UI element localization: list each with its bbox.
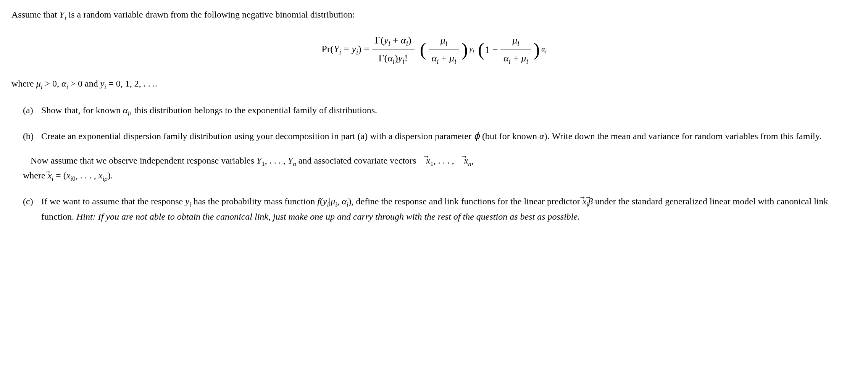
equation-display: Pr(Yi = yi) = Γ(yi + αi) Γ(αi)yi! ( μi α… <box>11 32 857 68</box>
part-c-label: (c) <box>23 194 41 223</box>
conditions-text: where μi > 0, αi > 0 and yi = 0, 1, 2, .… <box>11 77 857 92</box>
part-a-label: (a) <box>23 103 41 119</box>
part-b-label: (b) <box>23 129 41 143</box>
part-c-content: If we want to assume that the response y… <box>41 194 857 223</box>
part-a-content: Show that, for known αi, this distributi… <box>41 103 857 119</box>
intermezzo-text: Now assume that we observe independent r… <box>11 154 857 184</box>
part-b: (b) Create an exponential dispersion fam… <box>11 129 857 143</box>
intro-text: Assume that Yi is a random variable draw… <box>11 8 857 23</box>
part-c: (c) If we want to assume that the respon… <box>11 194 857 223</box>
part-a: (a) Show that, for known αi, this distri… <box>11 103 857 119</box>
part-b-content: Create an exponential dispersion family … <box>41 129 857 143</box>
